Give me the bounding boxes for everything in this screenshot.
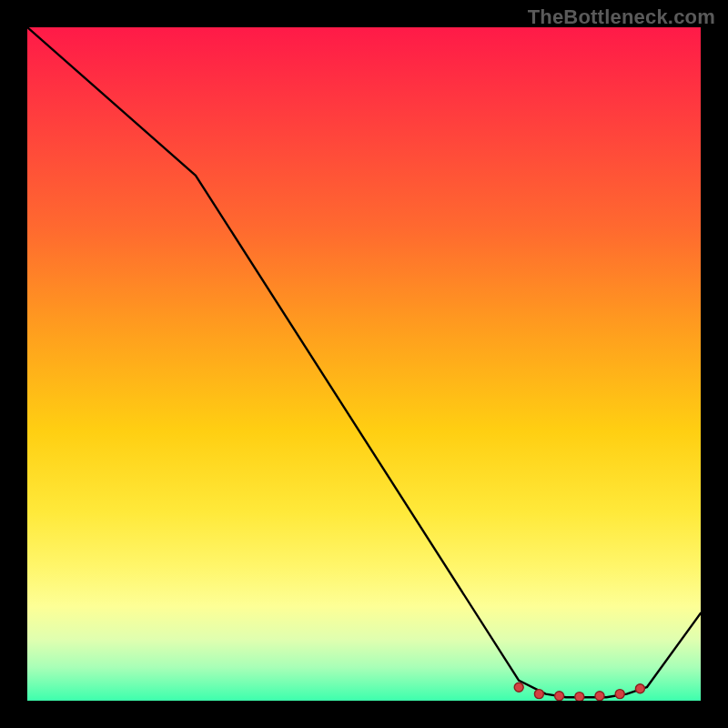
chart-frame: TheBottleneck.com bbox=[0, 0, 728, 728]
series-line bbox=[27, 27, 701, 697]
watermark-text: TheBottleneck.com bbox=[528, 5, 715, 29]
marker-group bbox=[514, 682, 644, 701]
plot-area bbox=[27, 27, 701, 701]
data-marker bbox=[534, 690, 543, 699]
data-marker bbox=[555, 692, 564, 701]
chart-svg bbox=[27, 27, 701, 701]
data-marker bbox=[615, 690, 624, 699]
data-marker bbox=[595, 692, 604, 701]
data-marker bbox=[635, 684, 644, 693]
data-marker bbox=[514, 682, 523, 692]
data-marker bbox=[575, 693, 584, 701]
